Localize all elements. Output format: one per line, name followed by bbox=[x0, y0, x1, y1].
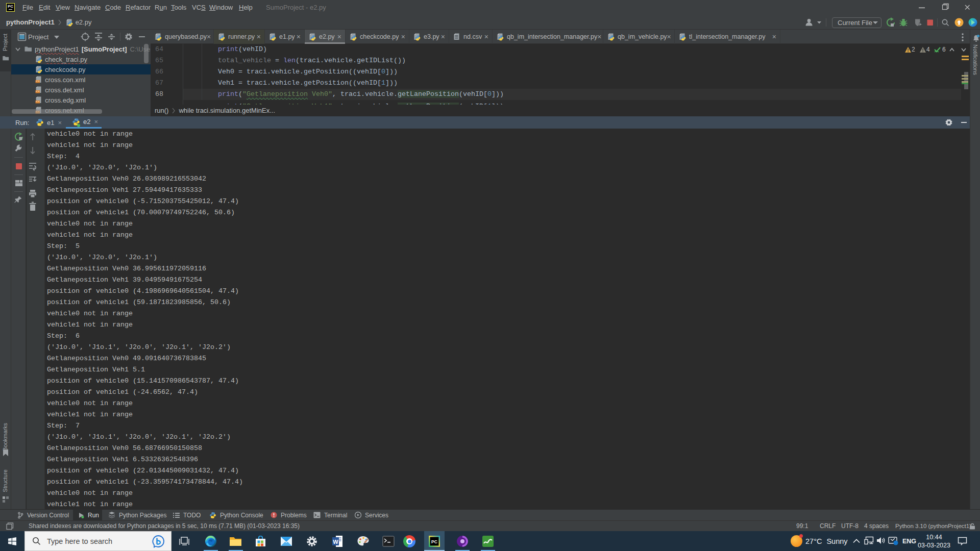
svg-text:PC: PC bbox=[431, 539, 437, 544]
svg-text:W: W bbox=[333, 539, 338, 545]
svg-text:Project: Project bbox=[28, 33, 49, 41]
